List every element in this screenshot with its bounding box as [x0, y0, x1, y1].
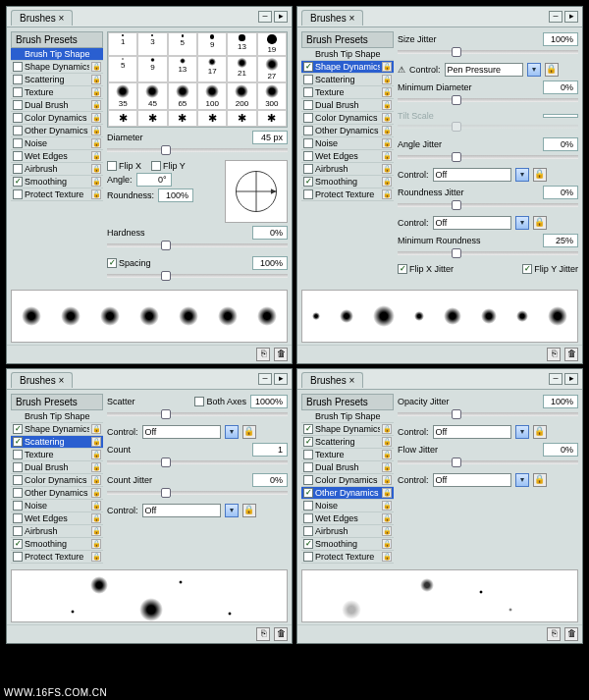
checkbox[interactable] — [13, 450, 23, 459]
lock-icon[interactable] — [382, 177, 392, 187]
checkbox[interactable] — [303, 526, 313, 536]
new-brush-icon[interactable]: ⎘ — [547, 348, 561, 361]
checkbox[interactable] — [303, 164, 313, 174]
size-jitter-value[interactable]: 100% — [543, 32, 578, 46]
sidebar-item-shape-dynamics[interactable]: Shape Dynamics — [301, 423, 394, 436]
lock-icon[interactable] — [382, 164, 392, 174]
lock-icon[interactable] — [91, 62, 101, 72]
lock-icon[interactable] — [91, 177, 101, 187]
lock-icon[interactable] — [91, 526, 101, 536]
lock-icon[interactable] — [91, 475, 101, 485]
sidebar-item-other-dynamics[interactable]: Other Dynamics — [301, 487, 394, 500]
brush-preset-grid[interactable]: 135913195913172127354565100200300✱✱✱✱✱✱ — [107, 31, 288, 128]
checkbox[interactable] — [303, 100, 313, 110]
checkbox[interactable] — [13, 100, 23, 110]
scatter-control-select[interactable]: Off — [142, 425, 221, 439]
count-slider[interactable] — [107, 460, 288, 464]
panel-tab[interactable]: Brushes × — [301, 372, 363, 388]
checkbox[interactable] — [13, 138, 23, 148]
lock-icon[interactable] — [91, 501, 101, 511]
chevron-down-icon[interactable]: ▾ — [515, 168, 529, 182]
brush-preset-21[interactable]: 21 — [227, 56, 256, 83]
sidebar-item-color-dynamics[interactable]: Color Dynamics — [301, 112, 394, 125]
checkbox[interactable] — [13, 151, 23, 161]
checkbox[interactable] — [13, 501, 23, 511]
flip-y-check[interactable]: Flip Y — [151, 161, 186, 171]
checkbox[interactable] — [13, 513, 23, 523]
sidebar-header[interactable]: Brush Presets — [11, 31, 103, 48]
sidebar-item-wet-edges[interactable]: Wet Edges — [301, 150, 394, 163]
chevron-down-icon[interactable]: ▾ — [225, 425, 239, 439]
sidebar-item-protect-texture[interactable]: Protect Texture — [11, 551, 103, 564]
sidebar-item-noise[interactable]: Noise — [11, 500, 103, 512]
checkbox[interactable] — [13, 462, 23, 472]
checkbox[interactable] — [303, 552, 313, 562]
checkbox[interactable] — [303, 437, 313, 447]
count-jitter-slider[interactable] — [107, 491, 288, 495]
new-brush-icon[interactable]: ⎘ — [256, 348, 270, 361]
minimize-button[interactable]: – — [549, 373, 562, 385]
checkbox[interactable] — [303, 75, 313, 84]
lock-icon[interactable] — [382, 513, 392, 523]
checkbox[interactable] — [303, 488, 313, 498]
flow-jitter-value[interactable]: 0% — [543, 443, 578, 457]
sidebar-item-smoothing[interactable]: Smoothing — [11, 176, 103, 188]
trash-icon[interactable]: 🗑 — [564, 348, 578, 361]
sidebar-item-scattering[interactable]: Scattering — [301, 74, 394, 86]
sidebar-item-brush-tip-shape[interactable]: Brush Tip Shape — [301, 410, 394, 423]
sidebar-item-dual-brush[interactable]: Dual Brush — [11, 461, 103, 474]
sidebar-item-color-dynamics[interactable]: Color Dynamics — [11, 112, 103, 125]
lock-icon[interactable]: 🔒 — [242, 425, 256, 439]
opacity-jitter-slider[interactable] — [398, 412, 578, 416]
sidebar-item-shape-dynamics[interactable]: Shape Dynamics — [301, 61, 394, 74]
checkbox[interactable] — [303, 189, 313, 199]
sidebar-item-airbrush[interactable]: Airbrush — [11, 525, 103, 538]
spacing-check[interactable]: Spacing — [107, 258, 151, 268]
lock-icon[interactable] — [382, 113, 392, 123]
checkbox[interactable] — [13, 164, 23, 174]
lock-icon[interactable] — [91, 126, 101, 135]
sidebar-item-smoothing[interactable]: Smoothing — [11, 538, 103, 551]
lock-icon[interactable] — [91, 100, 101, 110]
sidebar-item-protect-texture[interactable]: Protect Texture — [11, 188, 103, 201]
count-value[interactable]: 1 — [252, 443, 288, 457]
checkbox[interactable] — [13, 62, 23, 72]
count-control-select[interactable]: Off — [142, 504, 221, 517]
sidebar-item-scattering[interactable]: Scattering — [11, 74, 103, 86]
sidebar-item-other-dynamics[interactable]: Other Dynamics — [301, 125, 394, 137]
checkbox[interactable] — [303, 62, 313, 72]
min-diameter-slider[interactable] — [398, 98, 578, 102]
min-diameter-value[interactable]: 0% — [543, 81, 578, 94]
opacity-jitter-value[interactable]: 100% — [543, 395, 578, 408]
chevron-down-icon[interactable]: ▾ — [515, 473, 529, 487]
menu-button[interactable]: ▸ — [564, 373, 578, 385]
checkbox[interactable] — [13, 177, 23, 187]
brush-preset-special-4[interactable]: ✱ — [227, 110, 256, 127]
panel-tab[interactable]: Brushes × — [301, 10, 363, 26]
checkbox[interactable] — [303, 513, 313, 523]
checkbox[interactable] — [303, 177, 313, 187]
checkbox[interactable] — [13, 437, 23, 447]
scatter-slider[interactable] — [107, 412, 288, 416]
angle-value[interactable]: 0° — [136, 173, 172, 187]
chevron-down-icon[interactable]: ▾ — [225, 504, 239, 517]
checkbox[interactable] — [13, 475, 23, 485]
lock-icon[interactable] — [382, 424, 392, 434]
menu-button[interactable]: ▸ — [274, 11, 288, 23]
lock-icon[interactable]: 🔒 — [533, 216, 547, 230]
lock-icon[interactable] — [382, 62, 392, 72]
min-roundness-value[interactable]: 25% — [543, 234, 578, 247]
lock-icon[interactable] — [91, 113, 101, 123]
lock-icon[interactable] — [382, 87, 392, 97]
sidebar-item-dual-brush[interactable]: Dual Brush — [301, 99, 394, 112]
sidebar-item-scattering[interactable]: Scattering — [301, 436, 394, 449]
sidebar-item-noise[interactable]: Noise — [301, 137, 394, 150]
lock-icon[interactable] — [91, 189, 101, 199]
close-icon[interactable]: × — [348, 13, 354, 24]
minimize-button[interactable]: – — [258, 11, 272, 23]
both-axes-check[interactable]: Both Axes — [194, 397, 246, 406]
sidebar-item-smoothing[interactable]: Smoothing — [301, 176, 394, 188]
sidebar-item-brush-tip-shape[interactable]: Brush Tip Shape — [11, 48, 103, 61]
size-jitter-slider[interactable] — [398, 50, 578, 54]
spacing-slider[interactable] — [107, 274, 288, 278]
